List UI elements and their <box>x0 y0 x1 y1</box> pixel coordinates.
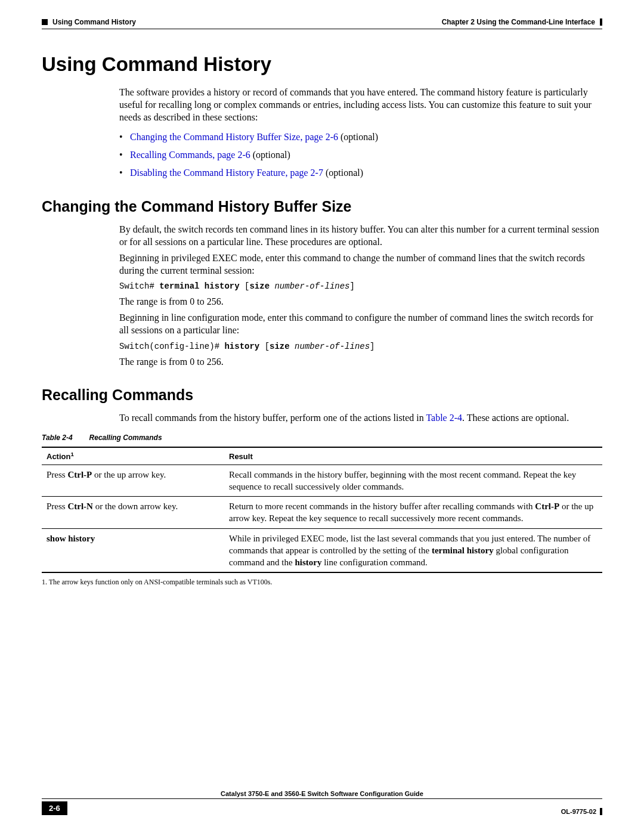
doc-id: OL-9775-02 <box>561 808 596 815</box>
heading-h2: Changing the Command History Buffer Size <box>42 198 602 215</box>
command: show history <box>47 534 95 543</box>
cmd-prompt: Switch(config-line)# <box>119 342 224 351</box>
td-result: Recall commands in the history buffer, b… <box>224 465 602 497</box>
list-item: Disabling the Command History Feature, p… <box>119 165 602 181</box>
header-rule <box>42 29 602 29</box>
table-row: Press Ctrl-P or the up arrow key. Recall… <box>42 465 602 497</box>
paragraph: The range is from 0 to 256. <box>119 356 602 368</box>
page-footer: Catalyst 3750-E and 3560-E Switch Softwa… <box>42 790 602 815</box>
cmd-bracket: ] <box>370 342 374 351</box>
footer-book-title: Catalyst 3750-E and 3560-E Switch Softwa… <box>42 790 602 797</box>
header-section: Using Command History <box>52 18 136 26</box>
td-action: Press Ctrl-N or the down arrow key. <box>42 497 224 529</box>
footer-right: OL-9775-02 <box>561 808 602 815</box>
footer-rule <box>42 798 602 799</box>
text: . These actions are optional. <box>462 413 569 423</box>
paragraph: Beginning in line configuration mode, en… <box>119 312 602 337</box>
section-2-body: To recall commands from the history buff… <box>119 412 602 425</box>
cmd-keyword: size <box>270 342 290 351</box>
xref-link[interactable]: Table 2-4 <box>426 413 462 423</box>
footer-left: 2-6 <box>42 801 72 815</box>
section-1-body: By default, the switch records ten comma… <box>119 224 602 368</box>
bullet-tail: (optional) <box>323 168 363 178</box>
cmd-arg: number-of-lines <box>274 281 349 291</box>
table-footnote: 1. The arrow keys function only on ANSI-… <box>42 578 602 587</box>
heading-h2: Recalling Commands <box>42 386 602 404</box>
table-header-row: Action1 Result <box>42 447 602 465</box>
paragraph: By default, the switch records ten comma… <box>119 224 602 249</box>
header-chapter: Chapter 2 Using the Command-Line Interfa… <box>442 18 595 26</box>
text: Press <box>47 501 67 511</box>
th-result: Result <box>224 447 602 465</box>
td-action: show history <box>42 528 224 572</box>
td-result: Return to more recent commands in the hi… <box>224 497 602 529</box>
paragraph: To recall commands from the history buff… <box>119 412 602 425</box>
text: or the down arrow key. <box>93 501 178 511</box>
text: Return to more recent commands in the hi… <box>229 501 535 511</box>
bar-icon <box>600 18 602 26</box>
td-action: Press Ctrl-P or the up arrow key. <box>42 465 224 497</box>
td-result: While in privileged EXEC mode, list the … <box>224 528 602 572</box>
text: To recall commands from the history buff… <box>119 413 426 423</box>
keyword: history <box>295 558 321 567</box>
th-action: Action1 <box>42 447 224 465</box>
table-row: Press Ctrl-N or the down arrow key. Retu… <box>42 497 602 529</box>
heading-h1: Using Command History <box>42 53 602 76</box>
cmd-keyword: size <box>249 281 270 291</box>
cmd-bracket: [ <box>259 342 270 351</box>
header-left: Using Command History <box>42 18 136 26</box>
paragraph: The range is from 0 to 256. <box>119 296 602 308</box>
paragraph: Beginning in privileged EXEC mode, enter… <box>119 252 602 277</box>
table-title: Recalling Commands <box>89 433 162 442</box>
command-line: Switch# terminal history [size number-of… <box>119 281 602 291</box>
list-item: Recalling Commands, page 2-6 (optional) <box>119 147 602 163</box>
keystroke: Ctrl-P <box>535 501 559 511</box>
text: line configuration command. <box>321 558 427 567</box>
table-number: Table 2-4 <box>42 433 73 442</box>
page-number: 2-6 <box>42 801 67 815</box>
cmd-space <box>290 342 295 351</box>
th-sup: 1 <box>70 451 73 457</box>
command-line: Switch(config-line)# history [size numbe… <box>119 342 602 351</box>
cmd-bracket: ] <box>350 281 355 291</box>
xref-link[interactable]: Disabling the Command History Feature, p… <box>130 168 323 178</box>
keystroke: Ctrl-N <box>67 501 92 511</box>
cmd-keyword: history <box>224 342 259 351</box>
text: Press <box>47 470 67 479</box>
list-item: Changing the Command History Buffer Size… <box>119 129 602 145</box>
document-page: Using Command History Chapter 2 Using th… <box>0 0 644 833</box>
page-header: Using Command History Chapter 2 Using th… <box>42 18 602 26</box>
bullet-list: Changing the Command History Buffer Size… <box>119 129 602 180</box>
cmd-prompt: Switch# <box>119 281 159 291</box>
bar-icon <box>600 808 602 815</box>
header-right: Chapter 2 Using the Command-Line Interfa… <box>442 18 602 26</box>
text: or the up arrow key. <box>92 470 166 479</box>
intro-block: The software provides a history or recor… <box>119 86 602 180</box>
intro-paragraph: The software provides a history or recor… <box>119 86 602 123</box>
xref-link[interactable]: Recalling Commands, page 2-6 <box>130 150 250 160</box>
table-caption: Table 2-4Recalling Commands <box>42 433 602 442</box>
table-row: show history While in privileged EXEC mo… <box>42 528 602 572</box>
recalling-commands-table: Action1 Result Press Ctrl-P or the up ar… <box>42 447 602 573</box>
footer-row: 2-6 OL-9775-02 <box>42 801 602 815</box>
cmd-bracket: [ <box>240 281 250 291</box>
xref-link[interactable]: Changing the Command History Buffer Size… <box>130 132 338 142</box>
th-label: Action <box>47 453 70 462</box>
bullet-tail: (optional) <box>338 132 378 142</box>
keyword: terminal history <box>432 546 494 555</box>
keystroke: Ctrl-P <box>67 470 92 479</box>
square-icon <box>42 19 48 25</box>
bullet-tail: (optional) <box>250 150 290 160</box>
cmd-arg: number-of-lines <box>295 342 370 351</box>
cmd-keyword: terminal history <box>159 281 239 291</box>
